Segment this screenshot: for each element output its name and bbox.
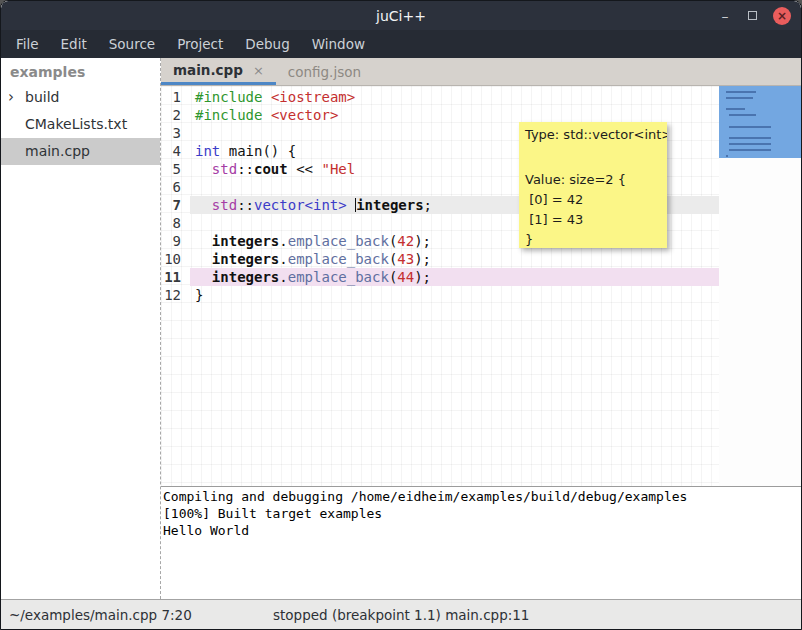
code-segment: ); [414, 233, 431, 249]
line-number[interactable]: 5 [161, 160, 190, 178]
project-name-header: examples [1, 58, 160, 84]
minimap-line [726, 97, 753, 99]
code-segment [195, 251, 212, 267]
close-button[interactable]: × [773, 7, 791, 25]
code-segment: <iostream> [271, 89, 355, 105]
code-segment: vector<int> [254, 197, 347, 213]
code-segment: integers [212, 251, 279, 267]
code-segment: emplace_back [288, 251, 389, 267]
code-line[interactable]: 11 integers.emplace_back(44); [161, 268, 720, 286]
menu-edit[interactable]: Edit [50, 32, 98, 56]
code-segment: #include [195, 89, 262, 105]
file-tree-sidebar: examples › build CMakeLists.txt main.cpp [1, 58, 161, 599]
tab-main-cpp[interactable]: main.cpp × [161, 58, 276, 85]
menu-window[interactable]: Window [301, 32, 376, 56]
titlebar: juCi++ – × [1, 1, 801, 30]
code-segment: "Hel [321, 161, 355, 177]
tree-item-label: build [25, 89, 59, 105]
code-segment: ); [414, 251, 431, 267]
window-controls: – × [718, 1, 791, 30]
tree-item-build[interactable]: › build [1, 84, 160, 111]
tabbar: main.cpp × config.json [161, 58, 801, 86]
code-segment: <vector> [271, 107, 338, 123]
code-segment [195, 269, 212, 285]
line-number[interactable]: 2 [161, 106, 190, 124]
line-text: } [190, 286, 720, 304]
tooltip-value-line: Value: size=2 { [525, 170, 661, 190]
code-segment: << [288, 161, 322, 177]
tab-label: config.json [288, 64, 361, 80]
minimap-line [729, 149, 771, 151]
tooltip-value-block: Value: size=2 { [0] = 42 [1] = 43 } [525, 170, 661, 248]
restore-icon[interactable] [748, 11, 757, 20]
status-debug-state: stopped (breakpoint 1.1) main.cpp:11 [273, 607, 529, 623]
terminal-line: Compiling and debugging /home/eidheim/ex… [163, 488, 799, 505]
code-segment: integers [212, 233, 279, 249]
code-segment [262, 89, 270, 105]
menu-file[interactable]: File [5, 32, 50, 56]
code-segment: ; [424, 197, 432, 213]
tooltip-type-line: Type: std::vector<int> [525, 125, 661, 144]
minimize-button[interactable]: – [718, 8, 732, 24]
status-file-position: ~/examples/main.cpp 7:20 [9, 607, 192, 623]
code-line[interactable]: 10 integers.emplace_back(43); [161, 250, 720, 268]
terminal-line: Hello World [163, 522, 799, 539]
line-number[interactable]: 11 [161, 268, 190, 286]
code-segment [347, 197, 355, 213]
code-segment [195, 161, 212, 177]
code-segment: . [279, 233, 287, 249]
chevron-right-icon[interactable]: › [8, 84, 14, 111]
code-segment: . [279, 251, 287, 267]
code-segment [195, 197, 212, 213]
source-editor[interactable]: 1#include <iostream>2#include <vector>34… [161, 86, 801, 486]
code-segment: :: [237, 161, 254, 177]
menu-project[interactable]: Project [166, 32, 234, 56]
line-number[interactable]: 8 [161, 214, 190, 232]
minimap[interactable] [719, 86, 801, 486]
code-segment: std [212, 161, 237, 177]
code-line[interactable]: 12} [161, 286, 720, 304]
minimap-line [729, 126, 771, 128]
minimap-line [726, 108, 745, 110]
line-number[interactable]: 3 [161, 124, 190, 142]
tooltip-value-line: } [525, 230, 661, 248]
minimap-line [729, 143, 771, 145]
code-segment: 42 [397, 233, 414, 249]
tooltip-value-line: [1] = 43 [525, 210, 661, 230]
minimap-slider[interactable] [719, 86, 801, 158]
tree-item-cmakelists[interactable]: CMakeLists.txt [1, 111, 160, 138]
menu-source[interactable]: Source [98, 32, 166, 56]
code-segment: :: [237, 197, 254, 213]
code-segment: #include [195, 107, 262, 123]
code-segment: integers [212, 269, 279, 285]
line-number[interactable]: 12 [161, 286, 190, 304]
code-segment [195, 233, 212, 249]
code-segment: . [279, 269, 287, 285]
minimap-line [729, 137, 771, 139]
line-number[interactable]: 1 [161, 88, 190, 106]
terminal-output[interactable]: Compiling and debugging /home/eidheim/ex… [161, 486, 801, 599]
code-segment: ); [414, 269, 431, 285]
app-window: juCi++ – × File Edit Source Project Debu… [0, 0, 802, 630]
menu-debug[interactable]: Debug [234, 32, 300, 56]
tree-item-main-cpp[interactable]: main.cpp [1, 138, 160, 165]
code-segment: 43 [397, 251, 414, 267]
code-line[interactable]: 1#include <iostream> [161, 88, 720, 106]
code-segment: integers [356, 197, 423, 213]
code-segment: cout [254, 161, 288, 177]
line-number[interactable]: 6 [161, 178, 190, 196]
code-segment: emplace_back [288, 233, 389, 249]
tab-config-json[interactable]: config.json [276, 58, 373, 85]
tab-close-icon[interactable]: × [253, 63, 264, 78]
minimap-line [726, 155, 728, 157]
main-area: examples › build CMakeLists.txt main.cpp… [1, 58, 801, 599]
tree-item-label: CMakeLists.txt [25, 116, 127, 132]
code-segment: main() { [220, 143, 296, 159]
line-number[interactable]: 9 [161, 232, 190, 250]
code-segment: 44 [397, 269, 414, 285]
terminal-line: [100%] Built target examples [163, 505, 799, 522]
line-number[interactable]: 7 [161, 196, 190, 214]
line-number[interactable]: 10 [161, 250, 190, 268]
window-title: juCi++ [376, 8, 426, 24]
line-number[interactable]: 4 [161, 142, 190, 160]
